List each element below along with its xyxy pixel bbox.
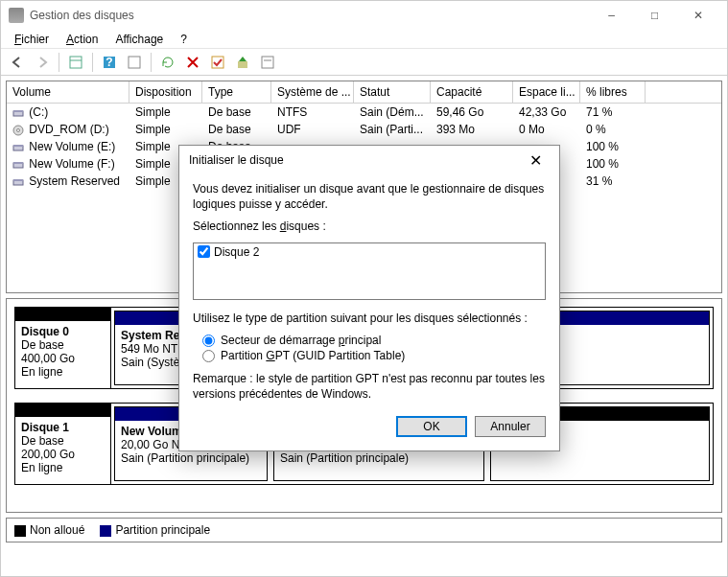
column-header[interactable]: Espace li...	[513, 81, 580, 103]
cd-icon	[12, 125, 24, 136]
drive-icon	[12, 176, 24, 188]
dialog-note: Remarque : le style de partition GPT n'e…	[193, 372, 546, 402]
disk2-label: Disque 2	[214, 245, 259, 259]
forward-button[interactable]	[32, 52, 53, 73]
svg-rect-7	[262, 57, 273, 68]
app-icon	[9, 8, 24, 23]
svg-rect-0	[70, 57, 82, 68]
close-button[interactable]: ✕	[676, 1, 719, 30]
drive-icon	[12, 107, 24, 119]
refresh-button[interactable]	[157, 52, 178, 73]
svg-rect-18	[13, 179, 23, 181]
delete-button[interactable]	[182, 52, 203, 73]
properties-button[interactable]	[257, 52, 278, 73]
toolbar: ?	[1, 49, 727, 76]
legend-unallocated-label: Non alloué	[30, 523, 84, 537]
column-header[interactable]: % libres	[580, 81, 646, 103]
dialog-titlebar[interactable]: Initialiser le disque ✕	[179, 146, 559, 174]
svg-rect-14	[13, 145, 23, 147]
back-button[interactable]	[7, 52, 28, 73]
disk-checkbox-item[interactable]: Disque 2	[198, 245, 541, 259]
drive-icon	[12, 142, 24, 153]
gpt-label: Partition GPT (GUID Partition Table)	[221, 349, 405, 362]
initialize-disk-dialog: Initialiser le disque ✕ Vous devez initi…	[178, 145, 560, 451]
legend: Non alloué Partition principale	[6, 518, 722, 542]
column-header[interactable]: Volume	[7, 81, 129, 103]
svg-rect-6	[238, 61, 247, 68]
swatch-unallocated	[14, 525, 26, 537]
dialog-select-label: Sélectionnez les disques :	[193, 219, 326, 233]
swatch-primary	[100, 525, 111, 537]
cancel-button[interactable]: Annuler	[475, 416, 546, 437]
up-button[interactable]	[232, 52, 253, 73]
ok-button[interactable]: OK	[396, 416, 467, 437]
dialog-intro-text: Vous devez initialiser un disque avant q…	[193, 182, 546, 212]
column-header[interactable]: Disposition	[129, 81, 202, 103]
disk2-checkbox[interactable]	[198, 245, 210, 258]
dialog-close-button[interactable]: ✕	[521, 146, 550, 174]
svg-rect-16	[13, 162, 23, 164]
mbr-radio-row[interactable]: Secteur de démarrage principal	[202, 334, 546, 347]
volume-row[interactable]: DVD_ROM (D:)SimpleDe baseUDFSain (Parti.…	[7, 121, 721, 138]
volume-row[interactable]: (C:)SimpleDe baseNTFSSain (Dém...59,46 G…	[7, 104, 721, 121]
view-button[interactable]	[65, 52, 86, 73]
disk-info: Disque 1De base200,00 GoEn ligne	[15, 404, 111, 484]
svg-rect-5	[212, 57, 223, 68]
column-header[interactable]: Type	[202, 81, 271, 103]
disk-info: Disque 0De base400,00 GoEn ligne	[15, 308, 111, 388]
settings-button[interactable]	[124, 52, 145, 73]
mbr-label: Secteur de démarrage principal	[221, 334, 381, 347]
mbr-radio[interactable]	[202, 335, 215, 347]
minimize-button[interactable]: –	[590, 1, 633, 30]
gpt-radio[interactable]	[202, 350, 215, 362]
menu-action[interactable]: Action	[59, 31, 106, 48]
disk-selection-list[interactable]: Disque 2	[193, 242, 546, 300]
titlebar: Gestion des disques – □ ✕	[1, 1, 727, 30]
legend-primary-label: Partition principale	[115, 523, 210, 537]
menu-help[interactable]: ?	[173, 31, 195, 48]
svg-rect-4	[129, 57, 140, 68]
drive-icon	[12, 159, 24, 171]
column-header[interactable]: Capacité	[431, 81, 513, 103]
svg-text:?: ?	[106, 56, 112, 69]
column-header[interactable]: Système de ...	[271, 81, 354, 103]
dialog-title: Initialiser le disque	[189, 153, 521, 167]
menu-view[interactable]: Affichage	[107, 31, 171, 48]
menu-file[interactable]: Fichier	[7, 31, 57, 48]
gpt-radio-row[interactable]: Partition GPT (GUID Partition Table)	[202, 349, 546, 362]
svg-rect-10	[13, 110, 23, 112]
column-header[interactable]: Statut	[354, 81, 431, 103]
check-button[interactable]	[207, 52, 228, 73]
partition-style-label: Utilisez le type de partition suivant po…	[193, 312, 546, 327]
menubar: Fichier Action Affichage ?	[1, 30, 727, 49]
help-button[interactable]: ?	[99, 52, 120, 73]
window-title: Gestion des disques	[30, 9, 590, 22]
svg-point-12	[17, 128, 20, 131]
maximize-button[interactable]: □	[633, 1, 676, 30]
